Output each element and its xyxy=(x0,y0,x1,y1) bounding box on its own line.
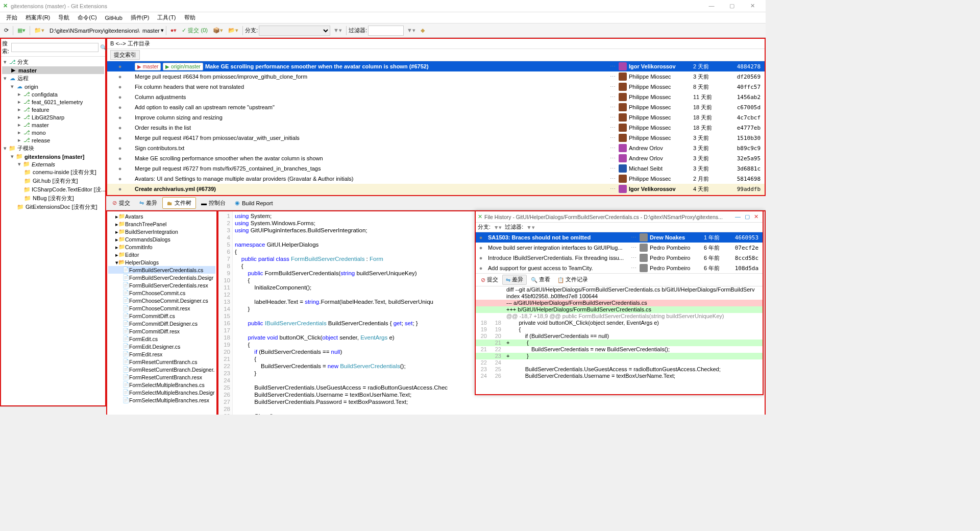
submodule-item[interactable]: 📁ICSharpCode.TextEditor [没... xyxy=(2,185,104,194)
submodule-item[interactable]: 📁GitExtensionsDoc [没有分支] xyxy=(2,203,104,211)
menu-tools[interactable]: 工具(T) xyxy=(153,14,180,21)
fh-commit-menu-icon[interactable]: ⋯ xyxy=(628,255,640,261)
origin-node[interactable]: ▾☁origin xyxy=(2,83,104,90)
commit-row[interactable]: ● Create archivarius.yml ⋯ Igor Velikoro… xyxy=(107,194,765,195)
folder-icon[interactable]: 📁▾ xyxy=(32,26,46,35)
commit-menu-icon[interactable]: ⋯ xyxy=(607,145,619,152)
repo-button[interactable]: ▦▾ xyxy=(15,26,28,35)
submodule-externals[interactable]: ▾📁Externals xyxy=(2,160,104,168)
file-item[interactable]: 📄FormCommitDiff.resx xyxy=(108,327,215,335)
commit-row[interactable]: ● Create archivarius.yml (#6739) ⋯ Igor … xyxy=(107,184,765,194)
submodule-item[interactable]: 📁NBug [没有分支] xyxy=(2,194,104,203)
fh-commit-row[interactable]: ● Move build server integration interfac… xyxy=(476,243,763,253)
folder-item[interactable]: ▸📁BranchTreePanel xyxy=(108,220,215,228)
file-item[interactable]: 📄FormSelectMultipleBranches.Desigr xyxy=(108,389,215,396)
folder-helperdialogs[interactable]: ▾📂HelperDialogs xyxy=(108,258,215,266)
branch-master[interactable]: ▶master xyxy=(2,66,104,74)
remote-branch[interactable]: ▸⎇feature xyxy=(2,106,104,113)
file-item[interactable]: 📄FormChooseCommit.Designer.cs xyxy=(108,297,215,304)
submodule-item[interactable]: 📁Git.hub [没有分支] xyxy=(2,177,104,185)
commit-menu-icon[interactable]: ⋯ xyxy=(607,125,619,131)
fh-commits-list[interactable]: ● SA1503: Braces should not be omitted ⋯… xyxy=(476,232,763,273)
commit-row[interactable]: ● Sign contributors.txt ⋯ Andrew Orlov 3… xyxy=(107,143,765,153)
commit-row[interactable]: ● ▶ master▶ origin/masterMake GE scrolli… xyxy=(107,61,765,71)
minimize-button[interactable]: — xyxy=(701,3,722,9)
file-item[interactable]: 📄FormResetCurrentBranch.resx xyxy=(108,373,215,381)
commit-menu-icon[interactable]: ⋯ xyxy=(607,114,619,121)
fh-tab-view[interactable]: 🔍查看 xyxy=(528,275,553,285)
folder-item[interactable]: ▸📁Editor xyxy=(108,251,215,258)
menu-plugins[interactable]: 插件(P) xyxy=(127,14,154,21)
tab-build[interactable]: ◉Build Report xyxy=(231,198,277,208)
menu-archive[interactable]: 档案库(R) xyxy=(21,14,54,21)
branch-filter-icon[interactable]: ▼▾ xyxy=(331,26,344,35)
commit-button[interactable]: ✓ 提交 (0) xyxy=(180,26,210,35)
remotes-root[interactable]: ▾☁远程 xyxy=(2,74,104,83)
commit-menu-icon[interactable]: ⋯ xyxy=(607,94,619,101)
submodules-root[interactable]: ▾📁子模块 xyxy=(2,144,104,153)
refresh-button[interactable]: ⟳ xyxy=(2,26,11,35)
commit-menu-icon[interactable]: ⋯ xyxy=(607,104,619,111)
menu-help[interactable]: 帮助 xyxy=(180,14,200,21)
file-item[interactable]: 📄FormBuildServerCredentials.resx xyxy=(108,281,215,289)
menu-github[interactable]: GitHub xyxy=(101,15,127,21)
remote-branch[interactable]: ▸⎇release xyxy=(2,136,104,144)
remote-branch[interactable]: ▸⎇master xyxy=(2,121,104,129)
tab-filetree[interactable]: 🖿文件树 xyxy=(162,197,196,209)
commit-menu-icon[interactable]: ⋯ xyxy=(607,135,619,141)
tab-diff[interactable]: ⇋差异 xyxy=(135,198,161,208)
tab-console[interactable]: ▬控制台 xyxy=(197,198,230,208)
commit-row[interactable]: ● Merge pull request #6727 from mstv/fix… xyxy=(107,163,765,174)
fh-tab-filehistory[interactable]: 📋文件记录 xyxy=(554,275,591,285)
file-item[interactable]: 📄FormCommitDiff.cs xyxy=(108,312,215,320)
file-item[interactable]: 📄FormChooseCommit.resx xyxy=(108,304,215,312)
commit-menu-icon[interactable]: ⋯ xyxy=(607,155,619,162)
commit-row[interactable]: ● Fix column headers that were not trans… xyxy=(107,82,765,92)
submodule-root[interactable]: ▾📁gitextensions [master] xyxy=(2,153,104,160)
filetree-panel[interactable]: ▸📁Avatars▸📁BranchTreePanel▸📁BuildServerI… xyxy=(106,210,217,415)
fh-branch-dropdown[interactable]: ▼▾ xyxy=(494,224,502,230)
file-item[interactable]: 📄FormCommitDiff.Designer.cs xyxy=(108,320,215,327)
remote-branch[interactable]: ▸⎇feat_6021_telemetry xyxy=(2,98,104,106)
search-input[interactable] xyxy=(11,43,99,52)
commit-row[interactable]: ● Merge pull request #6417 from pmiossec… xyxy=(107,133,765,143)
commit-row[interactable]: ● Make GE scrolling performance smoother… xyxy=(107,153,765,163)
remote-branch[interactable]: ▸⎇LibGit2Sharp xyxy=(2,113,104,121)
filter-input[interactable] xyxy=(368,26,404,36)
filter-settings-icon[interactable]: ▼▾ xyxy=(405,26,418,35)
fh-commit-row[interactable]: ● Introduce IBuildServerCredentials. Fix… xyxy=(476,253,763,263)
file-item[interactable]: 📄FormEdit.resx xyxy=(108,350,215,358)
fh-close-button[interactable]: ✕ xyxy=(754,213,758,220)
branches-root[interactable]: ▾⎇分支 xyxy=(2,58,104,66)
folder-item[interactable]: ▸📁CommitInfo xyxy=(108,243,215,251)
file-item[interactable]: 📄FormResetCurrentBranch.cs xyxy=(108,358,215,366)
tab-commit[interactable]: ⊘提交 xyxy=(108,198,134,208)
fh-maximize-button[interactable]: ▢ xyxy=(745,213,750,220)
maximize-button[interactable]: ▢ xyxy=(722,3,742,9)
commit-row[interactable]: ● Order results in the list ⋯ Philippe M… xyxy=(107,123,765,133)
folder-item[interactable]: ▸📁CommandsDialogs xyxy=(108,235,215,243)
file-item[interactable]: 📄FormSelectMultipleBranches.cs xyxy=(108,381,215,389)
fh-filter-dropdown[interactable]: ▼▾ xyxy=(526,224,534,230)
commit-menu-icon[interactable]: ⋯ xyxy=(607,186,619,192)
commit-menu-icon[interactable]: ⋯ xyxy=(607,165,619,172)
folder-item[interactable]: ▸📁BuildServerIntegration xyxy=(108,228,215,235)
commit-row[interactable]: ● Avatars: UI and Settings to manage mul… xyxy=(107,174,765,184)
file-item[interactable]: 📄FormResetCurrentBranch.Designer. xyxy=(108,366,215,373)
stash-button[interactable]: 📦▾ xyxy=(211,26,225,35)
open-folder-button[interactable]: 📂▾ xyxy=(226,26,240,35)
remote-branch[interactable]: ▸⎇mono xyxy=(2,129,104,136)
commit-menu-icon[interactable]: ⋯ xyxy=(607,84,619,90)
fh-commit-row[interactable]: ● SA1503: Braces should not be omitted ⋯… xyxy=(476,232,763,243)
fh-tab-diff[interactable]: ⇋差异 xyxy=(502,275,527,285)
close-button[interactable]: ✕ xyxy=(742,3,763,9)
commits-list[interactable]: ● ▶ master▶ origin/masterMake GE scrolli… xyxy=(107,61,765,195)
submodule-item[interactable]: 📁conemu-inside [没有分支] xyxy=(2,168,104,177)
menu-navigation[interactable]: 导航 xyxy=(54,14,74,21)
fh-commit-menu-icon[interactable]: ⋯ xyxy=(628,245,640,251)
file-item[interactable]: 📄FormSelectMultipleBranches.resx xyxy=(108,396,215,404)
commit-row[interactable]: ● Merge pull request #6634 from pmiossec… xyxy=(107,71,765,82)
fh-tab-commit[interactable]: ⊘提交 xyxy=(478,275,501,285)
remote-branch[interactable]: ▸⎇configdata xyxy=(2,90,104,98)
file-item[interactable]: 📄FormChooseCommit.cs xyxy=(108,289,215,297)
